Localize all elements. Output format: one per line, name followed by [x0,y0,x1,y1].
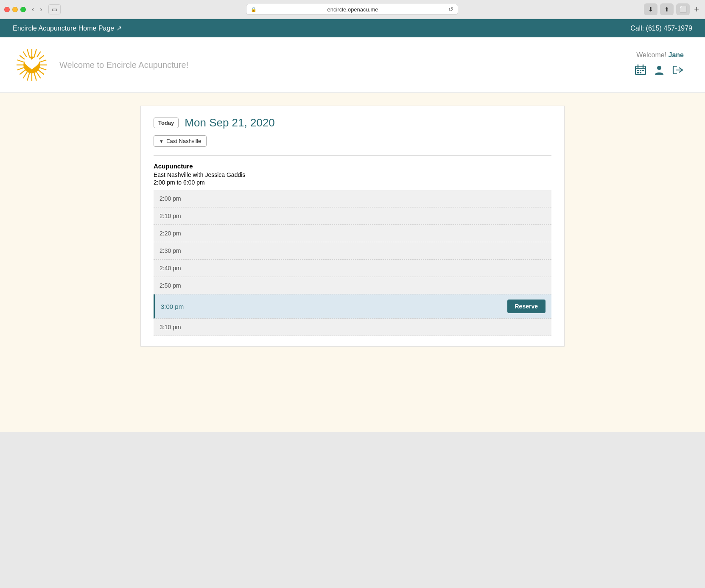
sidebar-toggle-button[interactable]: ▭ [48,4,61,14]
header-tagline: Welcome to Encircle Acupuncture! [59,60,188,70]
svg-rect-27 [642,70,644,71]
url-text: encircle.openacu.me [259,6,446,13]
traffic-lights [4,7,26,12]
time-slot-label: 3:10 pm [159,324,181,330]
time-slot: 2:20 pm [154,225,551,242]
time-slot-label: 2:10 pm [159,213,181,219]
svg-point-30 [657,66,661,70]
site-topbar-phone: Call: (615) 457-1979 [630,25,692,32]
header-left: Welcome to Encircle Acupuncture! [13,46,188,84]
new-tab-button[interactable]: + [692,5,701,14]
content-wrapper: Today Mon Sep 21, 2020 ▼ East Nashville … [140,106,565,347]
time-slot: 2:10 pm [154,207,551,225]
back-button[interactable]: ‹ [29,5,36,14]
time-slot-label: 2:50 pm [159,282,181,289]
reload-button[interactable]: ↺ [448,6,453,13]
header-right: Welcome! Jane [635,51,684,79]
toolbar-actions: ⬇ ⬆ ⬜ + [644,3,701,15]
chevron-down-icon: ▼ [159,139,164,144]
welcome-prefix: Welcome! [636,51,666,59]
logo [13,46,51,84]
forward-button[interactable]: › [37,5,45,14]
external-link-icon: ↗ [116,25,122,32]
reserve-button[interactable]: Reserve [507,300,546,313]
time-slot-label: 2:30 pm [159,247,181,254]
calendar-button[interactable] [635,64,646,79]
main-background: Today Mon Sep 21, 2020 ▼ East Nashville … [0,93,705,432]
browser-toolbar: ‹ › ▭ 🔒 encircle.openacu.me ↺ ⬇ ⬆ ⬜ + [0,0,705,19]
time-slot[interactable]: 3:00 pmReserve [154,294,551,319]
logo-svg [13,46,51,84]
maximize-button[interactable] [20,7,26,12]
time-slot-label: 2:40 pm [159,265,181,272]
svg-rect-29 [640,72,641,73]
window-button[interactable]: ⬜ [676,3,690,15]
svg-rect-26 [640,70,641,71]
time-slot: 2:40 pm [154,260,551,277]
address-bar[interactable]: 🔒 encircle.openacu.me ↺ [246,4,458,15]
calendar-icon [635,64,646,76]
topbar-title-text: Encircle Acupuncture Home Page [13,25,114,32]
time-slot: 2:50 pm [154,277,551,294]
svg-rect-25 [637,70,639,71]
logout-icon [672,64,684,76]
person-icon [653,64,665,76]
session-info: Acupuncture East Nashville with Jessica … [154,162,551,186]
user-name: Jane [669,51,684,59]
site-topbar-title[interactable]: Encircle Acupuncture Home Page ↗ [13,24,122,32]
time-slot-label: 2:00 pm [159,195,181,202]
today-button[interactable]: Today [154,118,179,128]
minimize-button[interactable] [12,7,18,12]
time-slot: 2:00 pm [154,190,551,207]
browser-chrome: ‹ › ▭ 🔒 encircle.openacu.me ↺ ⬇ ⬆ ⬜ + [0,0,705,19]
header-icons [635,64,684,79]
session-time: 2:00 pm to 6:00 pm [154,179,551,186]
location-dropdown-button[interactable]: ▼ East Nashville [154,135,207,147]
date-bar: Today Mon Sep 21, 2020 [154,116,551,129]
logout-button[interactable] [672,64,684,79]
section-divider [154,155,551,156]
time-slot-label: 2:20 pm [159,230,181,237]
profile-button[interactable] [653,64,665,79]
share-button[interactable]: ⬆ [660,3,674,15]
time-slot: 3:10 pm [154,319,551,336]
site-header: Welcome to Encircle Acupuncture! Welcome… [0,37,705,93]
welcome-text: Welcome! Jane [635,51,684,59]
date-display: Mon Sep 21, 2020 [185,116,275,129]
site-topbar: Encircle Acupuncture Home Page ↗ Call: (… [0,19,705,37]
time-slot-label: 3:00 pm [161,303,184,310]
svg-rect-28 [637,72,639,73]
time-slots-container: 2:00 pm2:10 pm2:20 pm2:30 pm2:40 pm2:50 … [154,190,551,336]
download-button[interactable]: ⬇ [644,3,657,15]
close-button[interactable] [4,7,10,12]
location-label: East Nashville [166,138,201,144]
session-location: East Nashville with Jessica Gaddis [154,171,551,178]
session-type: Acupuncture [154,162,551,170]
nav-buttons: ‹ › [29,5,45,14]
time-slot: 2:30 pm [154,242,551,260]
lock-icon: 🔒 [251,7,257,12]
